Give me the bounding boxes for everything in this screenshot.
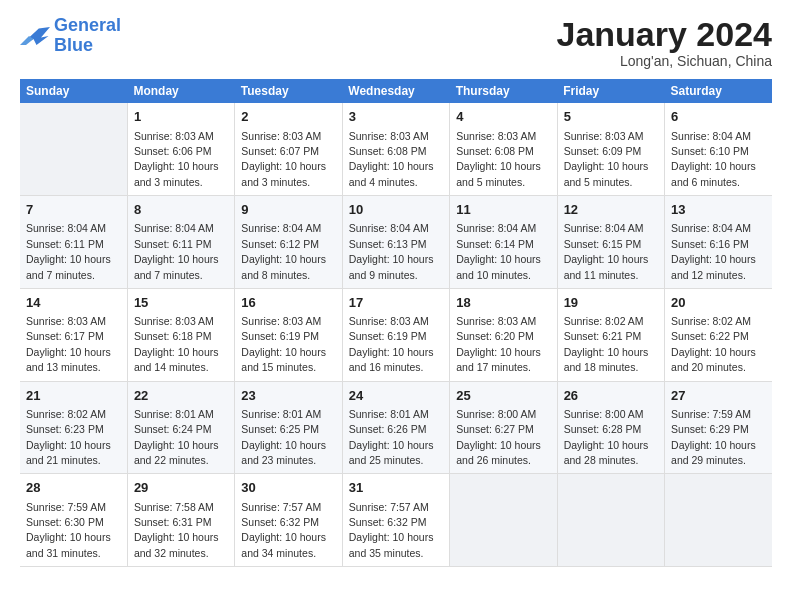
day-info: Sunrise: 8:03 AMSunset: 6:19 PMDaylight:…	[349, 315, 434, 373]
table-row: 25 Sunrise: 8:00 AMSunset: 6:27 PMDaylig…	[450, 381, 557, 474]
table-row: 7 Sunrise: 8:04 AMSunset: 6:11 PMDayligh…	[20, 196, 127, 289]
table-row: 9 Sunrise: 8:04 AMSunset: 6:12 PMDayligh…	[235, 196, 342, 289]
day-number: 4	[456, 108, 550, 126]
day-number: 23	[241, 387, 335, 405]
day-info: Sunrise: 8:03 AMSunset: 6:19 PMDaylight:…	[241, 315, 326, 373]
day-number: 5	[564, 108, 658, 126]
day-number: 16	[241, 294, 335, 312]
table-row	[450, 474, 557, 567]
logo: General Blue	[20, 16, 121, 56]
table-row: 11 Sunrise: 8:04 AMSunset: 6:14 PMDaylig…	[450, 196, 557, 289]
table-row: 5 Sunrise: 8:03 AMSunset: 6:09 PMDayligh…	[557, 103, 664, 195]
day-info: Sunrise: 7:57 AMSunset: 6:32 PMDaylight:…	[241, 501, 326, 559]
day-info: Sunrise: 8:03 AMSunset: 6:06 PMDaylight:…	[134, 130, 219, 188]
table-row	[557, 474, 664, 567]
day-info: Sunrise: 8:04 AMSunset: 6:16 PMDaylight:…	[671, 222, 756, 280]
table-row: 6 Sunrise: 8:04 AMSunset: 6:10 PMDayligh…	[665, 103, 772, 195]
day-info: Sunrise: 7:57 AMSunset: 6:32 PMDaylight:…	[349, 501, 434, 559]
table-row: 22 Sunrise: 8:01 AMSunset: 6:24 PMDaylig…	[127, 381, 234, 474]
day-info: Sunrise: 8:03 AMSunset: 6:09 PMDaylight:…	[564, 130, 649, 188]
day-number: 8	[134, 201, 228, 219]
table-row: 16 Sunrise: 8:03 AMSunset: 6:19 PMDaylig…	[235, 288, 342, 381]
day-info: Sunrise: 8:04 AMSunset: 6:12 PMDaylight:…	[241, 222, 326, 280]
svg-marker-0	[28, 27, 51, 45]
table-row: 19 Sunrise: 8:02 AMSunset: 6:21 PMDaylig…	[557, 288, 664, 381]
table-row: 30 Sunrise: 7:57 AMSunset: 6:32 PMDaylig…	[235, 474, 342, 567]
day-number: 7	[26, 201, 121, 219]
table-row: 14 Sunrise: 8:03 AMSunset: 6:17 PMDaylig…	[20, 288, 127, 381]
day-number: 18	[456, 294, 550, 312]
table-row: 18 Sunrise: 8:03 AMSunset: 6:20 PMDaylig…	[450, 288, 557, 381]
calendar-week-row: 28 Sunrise: 7:59 AMSunset: 6:30 PMDaylig…	[20, 474, 772, 567]
day-info: Sunrise: 7:59 AMSunset: 6:30 PMDaylight:…	[26, 501, 111, 559]
header-sunday: Sunday	[20, 79, 127, 103]
table-row: 26 Sunrise: 8:00 AMSunset: 6:28 PMDaylig…	[557, 381, 664, 474]
table-row: 31 Sunrise: 7:57 AMSunset: 6:32 PMDaylig…	[342, 474, 449, 567]
day-number: 30	[241, 479, 335, 497]
day-info: Sunrise: 8:01 AMSunset: 6:24 PMDaylight:…	[134, 408, 219, 466]
day-info: Sunrise: 8:03 AMSunset: 6:20 PMDaylight:…	[456, 315, 541, 373]
calendar-week-row: 7 Sunrise: 8:04 AMSunset: 6:11 PMDayligh…	[20, 196, 772, 289]
day-info: Sunrise: 8:03 AMSunset: 6:18 PMDaylight:…	[134, 315, 219, 373]
title-block: January 2024 Long'an, Sichuan, China	[557, 16, 773, 69]
day-number: 21	[26, 387, 121, 405]
table-row: 21 Sunrise: 8:02 AMSunset: 6:23 PMDaylig…	[20, 381, 127, 474]
table-row: 17 Sunrise: 8:03 AMSunset: 6:19 PMDaylig…	[342, 288, 449, 381]
table-row: 27 Sunrise: 7:59 AMSunset: 6:29 PMDaylig…	[665, 381, 772, 474]
day-number: 22	[134, 387, 228, 405]
day-number: 20	[671, 294, 766, 312]
day-number: 25	[456, 387, 550, 405]
day-number: 2	[241, 108, 335, 126]
day-info: Sunrise: 8:04 AMSunset: 6:14 PMDaylight:…	[456, 222, 541, 280]
day-info: Sunrise: 8:03 AMSunset: 6:08 PMDaylight:…	[349, 130, 434, 188]
day-number: 17	[349, 294, 443, 312]
table-row: 29 Sunrise: 7:58 AMSunset: 6:31 PMDaylig…	[127, 474, 234, 567]
table-row: 15 Sunrise: 8:03 AMSunset: 6:18 PMDaylig…	[127, 288, 234, 381]
day-info: Sunrise: 8:04 AMSunset: 6:15 PMDaylight:…	[564, 222, 649, 280]
calendar-week-row: 1 Sunrise: 8:03 AMSunset: 6:06 PMDayligh…	[20, 103, 772, 195]
day-number: 12	[564, 201, 658, 219]
calendar-week-row: 14 Sunrise: 8:03 AMSunset: 6:17 PMDaylig…	[20, 288, 772, 381]
logo-icon	[20, 24, 50, 48]
day-info: Sunrise: 8:02 AMSunset: 6:21 PMDaylight:…	[564, 315, 649, 373]
table-row	[665, 474, 772, 567]
day-info: Sunrise: 8:03 AMSunset: 6:08 PMDaylight:…	[456, 130, 541, 188]
day-number: 6	[671, 108, 766, 126]
header-saturday: Saturday	[665, 79, 772, 103]
table-row: 3 Sunrise: 8:03 AMSunset: 6:08 PMDayligh…	[342, 103, 449, 195]
table-row	[20, 103, 127, 195]
table-row: 13 Sunrise: 8:04 AMSunset: 6:16 PMDaylig…	[665, 196, 772, 289]
day-number: 27	[671, 387, 766, 405]
calendar-week-row: 21 Sunrise: 8:02 AMSunset: 6:23 PMDaylig…	[20, 381, 772, 474]
day-info: Sunrise: 8:03 AMSunset: 6:17 PMDaylight:…	[26, 315, 111, 373]
day-number: 19	[564, 294, 658, 312]
calendar: Sunday Monday Tuesday Wednesday Thursday…	[20, 79, 772, 567]
day-number: 13	[671, 201, 766, 219]
table-row: 1 Sunrise: 8:03 AMSunset: 6:06 PMDayligh…	[127, 103, 234, 195]
day-number: 24	[349, 387, 443, 405]
header-monday: Monday	[127, 79, 234, 103]
header: General Blue January 2024 Long'an, Sichu…	[20, 16, 772, 69]
day-info: Sunrise: 8:02 AMSunset: 6:23 PMDaylight:…	[26, 408, 111, 466]
header-thursday: Thursday	[450, 79, 557, 103]
day-number: 31	[349, 479, 443, 497]
table-row: 2 Sunrise: 8:03 AMSunset: 6:07 PMDayligh…	[235, 103, 342, 195]
day-number: 28	[26, 479, 121, 497]
month-title: January 2024	[557, 16, 773, 53]
day-number: 10	[349, 201, 443, 219]
day-number: 3	[349, 108, 443, 126]
logo-line2: Blue	[54, 35, 93, 55]
table-row: 4 Sunrise: 8:03 AMSunset: 6:08 PMDayligh…	[450, 103, 557, 195]
day-info: Sunrise: 7:59 AMSunset: 6:29 PMDaylight:…	[671, 408, 756, 466]
day-number: 26	[564, 387, 658, 405]
table-row: 28 Sunrise: 7:59 AMSunset: 6:30 PMDaylig…	[20, 474, 127, 567]
weekday-header-row: Sunday Monday Tuesday Wednesday Thursday…	[20, 79, 772, 103]
day-info: Sunrise: 8:03 AMSunset: 6:07 PMDaylight:…	[241, 130, 326, 188]
day-number: 29	[134, 479, 228, 497]
day-info: Sunrise: 8:01 AMSunset: 6:25 PMDaylight:…	[241, 408, 326, 466]
header-friday: Friday	[557, 79, 664, 103]
table-row: 24 Sunrise: 8:01 AMSunset: 6:26 PMDaylig…	[342, 381, 449, 474]
day-info: Sunrise: 8:04 AMSunset: 6:11 PMDaylight:…	[26, 222, 111, 280]
header-wednesday: Wednesday	[342, 79, 449, 103]
table-row: 20 Sunrise: 8:02 AMSunset: 6:22 PMDaylig…	[665, 288, 772, 381]
